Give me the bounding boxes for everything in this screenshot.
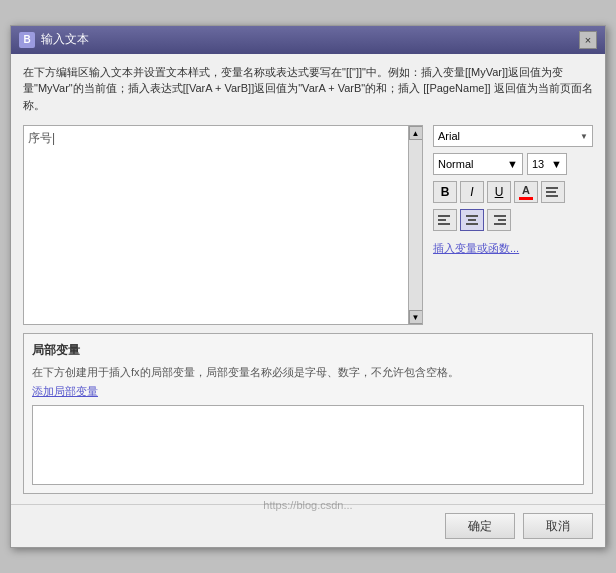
list-format-button[interactable]	[541, 181, 565, 203]
font-size-value: 13	[532, 158, 544, 170]
font-size-field[interactable]: 13 ▼	[527, 153, 567, 175]
scroll-up-arrow[interactable]: ▲	[409, 126, 423, 140]
local-vars-section: 局部变量 在下方创建用于插入fx的局部变量，局部变量名称必须是字母、数字，不允许…	[23, 333, 593, 494]
font-color-button[interactable]: A	[514, 181, 538, 203]
font-name-arrow: ▼	[580, 132, 588, 141]
confirm-button[interactable]: 确定	[445, 513, 515, 539]
color-a-label: A	[522, 184, 530, 196]
title-bar-left: B 输入文本	[19, 31, 89, 48]
description-text: 在下方编辑区输入文本并设置文本样式，变量名称或表达式要写在"[["]]"中。例如…	[23, 64, 593, 114]
format-buttons-row: B I U A	[433, 181, 593, 203]
add-variable-link[interactable]: 添加局部变量	[32, 384, 584, 399]
title-bar: B 输入文本 ×	[11, 26, 605, 54]
local-vars-description: 在下方创建用于插入fx的局部变量，局部变量名称必须是字母、数字，不允许包含空格。	[32, 365, 584, 380]
right-panel: Arial ▼ Normal ▼ 13 ▼	[433, 125, 593, 325]
font-style-label: Normal	[438, 158, 473, 170]
align-left-button[interactable]	[433, 209, 457, 231]
cancel-button[interactable]: 取消	[523, 513, 593, 539]
align-center-icon	[464, 213, 480, 227]
align-left-icon	[437, 213, 453, 227]
text-editor-area[interactable]: 序号| ▲ ▼	[23, 125, 423, 325]
underline-button[interactable]: U	[487, 181, 511, 203]
editor-scrollbar: ▲ ▼	[408, 126, 422, 324]
font-size-arrow: ▼	[551, 158, 562, 170]
list-icon	[545, 185, 561, 199]
dialog-title: 输入文本	[41, 31, 89, 48]
font-style-arrow: ▼	[507, 158, 518, 170]
close-button[interactable]: ×	[579, 31, 597, 49]
editor-placeholder: 序号|	[28, 130, 406, 320]
insert-variable-link[interactable]: 插入变量或函数...	[433, 241, 593, 256]
bold-button[interactable]: B	[433, 181, 457, 203]
color-indicator	[519, 197, 533, 200]
align-center-button[interactable]	[460, 209, 484, 231]
dialog-icon: B	[19, 32, 35, 48]
font-style-dropdown[interactable]: Normal ▼	[433, 153, 523, 175]
scroll-down-arrow[interactable]: ▼	[409, 310, 423, 324]
font-name-dropdown[interactable]: Arial ▼	[433, 125, 593, 147]
vars-list-area	[32, 405, 584, 485]
alignment-row	[433, 209, 593, 231]
input-text-dialog: B 输入文本 × 在下方编辑区输入文本并设置文本样式，变量名称或表达式要写在"[…	[10, 25, 606, 549]
style-size-row: Normal ▼ 13 ▼	[433, 153, 593, 175]
align-right-icon	[491, 213, 507, 227]
align-right-button[interactable]	[487, 209, 511, 231]
scroll-track[interactable]	[409, 140, 422, 310]
main-area: 序号| ▲ ▼ Arial ▼	[23, 125, 593, 325]
font-name-row: Arial ▼	[433, 125, 593, 147]
dialog-body: 在下方编辑区输入文本并设置文本样式，变量名称或表达式要写在"[["]]"中。例如…	[11, 54, 605, 505]
font-name-label: Arial	[438, 130, 460, 142]
dialog-footer: https://blog.csdn... 确定 取消	[11, 504, 605, 547]
italic-button[interactable]: I	[460, 181, 484, 203]
local-vars-title: 局部变量	[32, 342, 584, 359]
